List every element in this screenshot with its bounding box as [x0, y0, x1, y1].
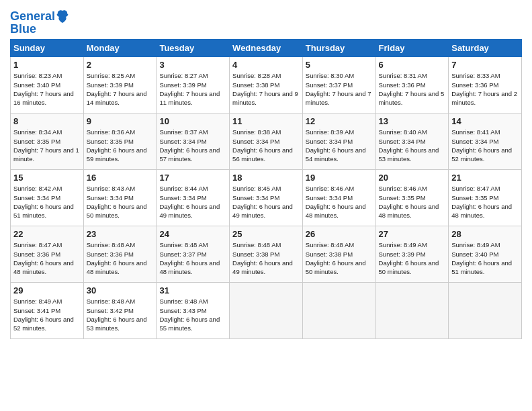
- day-number: 27: [379, 228, 446, 240]
- day-number: 9: [87, 116, 154, 128]
- calendar-cell: 9Sunrise: 8:36 AMSunset: 3:35 PMDaylight…: [83, 113, 157, 169]
- day-info: Sunrise: 8:28 AMSunset: 3:38 PMDaylight:…: [232, 71, 300, 107]
- calendar-cell: 3Sunrise: 8:27 AMSunset: 3:39 PMDaylight…: [157, 56, 230, 113]
- day-info: Sunrise: 8:25 AMSunset: 3:39 PMDaylight:…: [87, 71, 154, 107]
- calendar-cell: 24Sunrise: 8:48 AMSunset: 3:37 PMDayligh…: [157, 226, 230, 282]
- logo-bird-icon: [56, 9, 69, 24]
- day-info: Sunrise: 8:48 AMSunset: 3:38 PMDaylight:…: [306, 240, 373, 276]
- logo-blue-text: Blue: [10, 23, 69, 36]
- day-number: 6: [379, 59, 446, 71]
- day-info: Sunrise: 8:30 AMSunset: 3:37 PMDaylight:…: [306, 71, 373, 107]
- day-number: 13: [379, 116, 446, 128]
- calendar-header-row: SundayMondayTuesdayWednesdayThursdayFrid…: [11, 39, 522, 56]
- day-number: 23: [87, 228, 154, 240]
- calendar-cell: 4Sunrise: 8:28 AMSunset: 3:38 PMDaylight…: [230, 56, 303, 113]
- weekday-header-sunday: Sunday: [11, 39, 84, 56]
- day-info: Sunrise: 8:33 AMSunset: 3:36 PMDaylight:…: [451, 71, 519, 107]
- calendar-cell: 29Sunrise: 8:49 AMSunset: 3:41 PMDayligh…: [11, 282, 84, 338]
- calendar-cell: [302, 282, 375, 338]
- day-info: Sunrise: 8:41 AMSunset: 3:34 PMDaylight:…: [451, 128, 519, 163]
- day-info: Sunrise: 8:48 AMSunset: 3:36 PMDaylight:…: [87, 240, 154, 276]
- calendar-cell: 1Sunrise: 8:23 AMSunset: 3:40 PMDaylight…: [11, 56, 84, 113]
- calendar-cell: 5Sunrise: 8:30 AMSunset: 3:37 PMDaylight…: [302, 56, 375, 113]
- calendar-week-2: 8Sunrise: 8:34 AMSunset: 3:35 PMDaylight…: [11, 113, 522, 169]
- day-info: Sunrise: 8:48 AMSunset: 3:38 PMDaylight:…: [232, 240, 300, 276]
- day-number: 18: [232, 172, 300, 184]
- calendar-cell: [449, 282, 522, 338]
- calendar-cell: 27Sunrise: 8:49 AMSunset: 3:39 PMDayligh…: [375, 226, 449, 282]
- day-info: Sunrise: 8:43 AMSunset: 3:34 PMDaylight:…: [87, 184, 154, 220]
- weekday-header-wednesday: Wednesday: [230, 39, 303, 56]
- day-info: Sunrise: 8:40 AMSunset: 3:34 PMDaylight:…: [379, 128, 446, 163]
- calendar-cell: 31Sunrise: 8:48 AMSunset: 3:43 PMDayligh…: [157, 282, 230, 338]
- day-number: 17: [159, 172, 226, 184]
- calendar-cell: 26Sunrise: 8:48 AMSunset: 3:38 PMDayligh…: [302, 226, 375, 282]
- calendar-cell: 18Sunrise: 8:45 AMSunset: 3:34 PMDayligh…: [230, 169, 303, 226]
- day-info: Sunrise: 8:36 AMSunset: 3:35 PMDaylight:…: [87, 128, 154, 163]
- day-info: Sunrise: 8:34 AMSunset: 3:35 PMDaylight:…: [13, 128, 81, 163]
- day-number: 4: [232, 59, 300, 71]
- calendar-cell: [230, 282, 303, 338]
- calendar-week-5: 29Sunrise: 8:49 AMSunset: 3:41 PMDayligh…: [11, 282, 522, 338]
- day-info: Sunrise: 8:49 AMSunset: 3:41 PMDaylight:…: [13, 297, 81, 332]
- day-number: 24: [159, 228, 226, 240]
- calendar-cell: 21Sunrise: 8:47 AMSunset: 3:35 PMDayligh…: [449, 169, 522, 226]
- calendar-week-3: 15Sunrise: 8:42 AMSunset: 3:34 PMDayligh…: [11, 169, 522, 226]
- day-number: 22: [13, 228, 81, 240]
- day-info: Sunrise: 8:49 AMSunset: 3:39 PMDaylight:…: [379, 240, 446, 276]
- day-number: 8: [13, 116, 81, 128]
- day-info: Sunrise: 8:27 AMSunset: 3:39 PMDaylight:…: [159, 71, 226, 107]
- calendar-cell: 19Sunrise: 8:46 AMSunset: 3:34 PMDayligh…: [302, 169, 375, 226]
- calendar-cell: 30Sunrise: 8:48 AMSunset: 3:42 PMDayligh…: [83, 282, 157, 338]
- calendar-week-4: 22Sunrise: 8:47 AMSunset: 3:36 PMDayligh…: [11, 226, 522, 282]
- day-number: 25: [232, 228, 300, 240]
- weekday-header-friday: Friday: [375, 39, 449, 56]
- weekday-header-monday: Monday: [83, 39, 157, 56]
- calendar-cell: 10Sunrise: 8:37 AMSunset: 3:34 PMDayligh…: [157, 113, 230, 169]
- day-number: 15: [13, 172, 81, 184]
- calendar-cell: 8Sunrise: 8:34 AMSunset: 3:35 PMDaylight…: [11, 113, 84, 169]
- calendar-cell: 23Sunrise: 8:48 AMSunset: 3:36 PMDayligh…: [83, 226, 157, 282]
- calendar-cell: 15Sunrise: 8:42 AMSunset: 3:34 PMDayligh…: [11, 169, 84, 226]
- day-number: 7: [451, 59, 519, 71]
- day-number: 1: [13, 59, 81, 71]
- day-number: 19: [306, 172, 373, 184]
- day-number: 2: [87, 59, 154, 71]
- day-info: Sunrise: 8:44 AMSunset: 3:34 PMDaylight:…: [159, 184, 226, 220]
- calendar-cell: 2Sunrise: 8:25 AMSunset: 3:39 PMDaylight…: [83, 56, 157, 113]
- calendar-cell: 7Sunrise: 8:33 AMSunset: 3:36 PMDaylight…: [449, 56, 522, 113]
- calendar-cell: 20Sunrise: 8:46 AMSunset: 3:35 PMDayligh…: [375, 169, 449, 226]
- weekday-header-tuesday: Tuesday: [157, 39, 230, 56]
- day-number: 31: [159, 285, 226, 297]
- calendar-cell: 28Sunrise: 8:49 AMSunset: 3:40 PMDayligh…: [449, 226, 522, 282]
- day-number: 30: [87, 285, 154, 297]
- day-number: 16: [87, 172, 154, 184]
- day-info: Sunrise: 8:38 AMSunset: 3:34 PMDaylight:…: [232, 128, 300, 163]
- day-info: Sunrise: 8:47 AMSunset: 3:36 PMDaylight:…: [13, 240, 81, 276]
- calendar-cell: 11Sunrise: 8:38 AMSunset: 3:34 PMDayligh…: [230, 113, 303, 169]
- day-number: 5: [306, 59, 373, 71]
- day-info: Sunrise: 8:47 AMSunset: 3:35 PMDaylight:…: [451, 184, 519, 220]
- day-info: Sunrise: 8:49 AMSunset: 3:40 PMDaylight:…: [451, 240, 519, 276]
- weekday-header-saturday: Saturday: [449, 39, 522, 56]
- calendar-cell: 12Sunrise: 8:39 AMSunset: 3:34 PMDayligh…: [302, 113, 375, 169]
- day-number: 29: [13, 285, 81, 297]
- day-number: 11: [232, 116, 300, 128]
- logo: General Blue: [10, 9, 69, 36]
- day-number: 14: [451, 116, 519, 128]
- calendar-cell: 22Sunrise: 8:47 AMSunset: 3:36 PMDayligh…: [11, 226, 84, 282]
- day-info: Sunrise: 8:48 AMSunset: 3:42 PMDaylight:…: [87, 297, 154, 332]
- calendar-week-1: 1Sunrise: 8:23 AMSunset: 3:40 PMDaylight…: [11, 56, 522, 113]
- day-number: 20: [379, 172, 446, 184]
- day-number: 12: [306, 116, 373, 128]
- day-info: Sunrise: 8:48 AMSunset: 3:37 PMDaylight:…: [159, 240, 226, 276]
- weekday-header-thursday: Thursday: [302, 39, 375, 56]
- day-info: Sunrise: 8:46 AMSunset: 3:34 PMDaylight:…: [306, 184, 373, 220]
- calendar-cell: 16Sunrise: 8:43 AMSunset: 3:34 PMDayligh…: [83, 169, 157, 226]
- calendar-cell: 25Sunrise: 8:48 AMSunset: 3:38 PMDayligh…: [230, 226, 303, 282]
- day-number: 26: [306, 228, 373, 240]
- main-container: General Blue SundayMondayTuesdayWednesda…: [0, 0, 532, 342]
- calendar-cell: 6Sunrise: 8:31 AMSunset: 3:36 PMDaylight…: [375, 56, 449, 113]
- calendar-cell: 14Sunrise: 8:41 AMSunset: 3:34 PMDayligh…: [449, 113, 522, 169]
- calendar-cell: [375, 282, 449, 338]
